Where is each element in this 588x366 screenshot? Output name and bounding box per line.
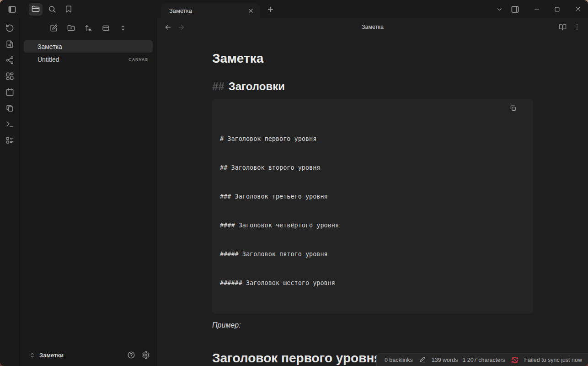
minimize-button[interactable]: [526, 0, 547, 18]
maximize-button[interactable]: [547, 0, 567, 18]
note-content: Заметка ##Заголовки # Заголовок первого …: [212, 51, 533, 366]
settings-button[interactable]: [140, 349, 152, 361]
file-search-icon: [5, 40, 14, 48]
close-button[interactable]: [567, 0, 588, 18]
code-line: ##### Заголовок пятого уровня: [220, 249, 525, 259]
chevrons-up-down-icon: [29, 352, 35, 358]
section-heading: ##Заголовки: [212, 80, 533, 93]
daily-note-button[interactable]: [3, 86, 16, 98]
file-list: Заметка Untitled CANVAS: [20, 38, 157, 347]
vault-switcher[interactable]: Заметки: [27, 350, 66, 361]
kebab-menu-icon: [573, 23, 581, 31]
sort-order-button[interactable]: [82, 22, 95, 34]
file-name: Заметка: [37, 43, 62, 50]
code-block[interactable]: # Заголовок первого уровня ## Заголовок …: [212, 99, 533, 313]
gear-icon: [142, 351, 150, 359]
main-pane: Заметка Заметка: [157, 18, 588, 366]
copy-code-button[interactable]: [517, 102, 529, 114]
search-button[interactable]: [45, 3, 59, 16]
tab-list-button[interactable]: [492, 3, 506, 16]
new-note-button[interactable]: [48, 22, 60, 34]
toggle-left-sidebar-button[interactable]: [5, 3, 19, 16]
files-button[interactable]: [29, 3, 43, 16]
code-line: ### Заголовок третьего уровня: [220, 192, 525, 201]
sync-status-text: Failed to sync just now: [524, 357, 582, 363]
vault-name: Заметки: [39, 352, 64, 359]
file-search-button[interactable]: [3, 38, 16, 50]
tab-title: Заметка: [169, 7, 245, 14]
panel-top-icon: [102, 24, 110, 32]
quick-access-nav: [29, 3, 75, 16]
help-circle-icon: [127, 351, 135, 359]
md-heading-token: ##: [212, 80, 225, 92]
editor[interactable]: Заметка ##Заголовки # Заголовок первого …: [157, 36, 588, 366]
new-folder-button[interactable]: [65, 22, 77, 34]
arrow-left-icon: [164, 23, 172, 31]
left-ribbon: [0, 18, 20, 366]
graph-icon: [5, 56, 14, 65]
app-body: Заметка Untitled CANVAS Заметки: [0, 18, 588, 366]
bookmark-icon: [64, 5, 73, 13]
copy-icon: [509, 91, 536, 125]
square-pen-icon: [50, 24, 58, 32]
tab-close-icon[interactable]: [245, 5, 256, 16]
folder-plus-icon: [67, 24, 75, 32]
sort-asc-icon: [85, 24, 92, 32]
statusbar: 0 backlinks 139 words 1 207 characters F…: [376, 353, 588, 366]
file-explorer-sidebar: Заметка Untitled CANVAS Заметки: [20, 18, 157, 366]
layout-list-icon: [5, 136, 14, 145]
view-header: Заметка: [157, 18, 588, 36]
folder-icon: [32, 5, 40, 13]
app-window: Заметка: [0, 0, 588, 366]
copy-pages-icon: [5, 104, 14, 113]
nav-back-button[interactable]: [162, 22, 174, 33]
minimize-icon: [533, 5, 540, 13]
chevron-down-icon: [496, 6, 503, 13]
maximize-icon: [554, 6, 561, 13]
sidebar-left-icon: [8, 5, 16, 14]
chevrons-up-down-icon: [119, 24, 127, 32]
sync-off-icon[interactable]: [511, 356, 519, 364]
file-item-zametka[interactable]: Заметка: [24, 40, 153, 53]
more-options-button[interactable]: [571, 21, 583, 33]
new-tab-button[interactable]: [263, 3, 277, 16]
arrow-right-icon: [177, 23, 185, 31]
outline-button[interactable]: [3, 135, 16, 146]
titlebar: Заметка: [0, 0, 588, 18]
inline-title[interactable]: Заметка: [212, 51, 533, 66]
canvas-button[interactable]: [3, 70, 16, 82]
history-icon: [5, 24, 14, 32]
plus-icon: [267, 5, 274, 13]
backlinks-count[interactable]: 0 backlinks: [385, 357, 413, 363]
terminal-icon: [5, 120, 14, 129]
code-line: ## Заголовок второго уровня: [220, 163, 525, 172]
collapse-panel-button[interactable]: [100, 22, 112, 34]
tab-strip: Заметка: [157, 0, 492, 18]
view-title: Заметка: [157, 24, 588, 30]
vault-actions: [125, 349, 152, 361]
code-line: # Заголовок первого уровня: [220, 134, 525, 144]
section-heading-text: Заголовки: [229, 80, 285, 92]
help-button[interactable]: [125, 349, 137, 361]
bookmarks-button[interactable]: [62, 3, 75, 16]
layout-grid-icon: [5, 72, 14, 81]
toggle-right-sidebar-button[interactable]: [508, 3, 522, 16]
search-icon: [48, 5, 56, 13]
calendar-icon: [5, 88, 14, 97]
expand-collapse-button[interactable]: [117, 22, 129, 34]
graph-view-button[interactable]: [3, 54, 16, 66]
templates-button[interactable]: [3, 102, 16, 114]
word-count: 139 words: [432, 357, 458, 363]
file-name: Untitled: [37, 56, 59, 63]
reading-mode-button[interactable]: [556, 21, 569, 33]
vault-row: Заметки: [20, 347, 157, 366]
book-open-icon: [559, 23, 567, 31]
file-item-untitled[interactable]: Untitled CANVAS: [24, 53, 153, 65]
pencil-line-icon[interactable]: [419, 356, 426, 363]
terminal-button[interactable]: [3, 118, 16, 130]
example-label: Пример:: [212, 321, 533, 329]
sync-history-button[interactable]: [3, 22, 16, 34]
nav-forward-button[interactable]: [175, 22, 187, 33]
tab-zametka[interactable]: Заметка: [161, 3, 260, 18]
code-line: ###### Заголовок шестого уровня: [220, 278, 525, 288]
